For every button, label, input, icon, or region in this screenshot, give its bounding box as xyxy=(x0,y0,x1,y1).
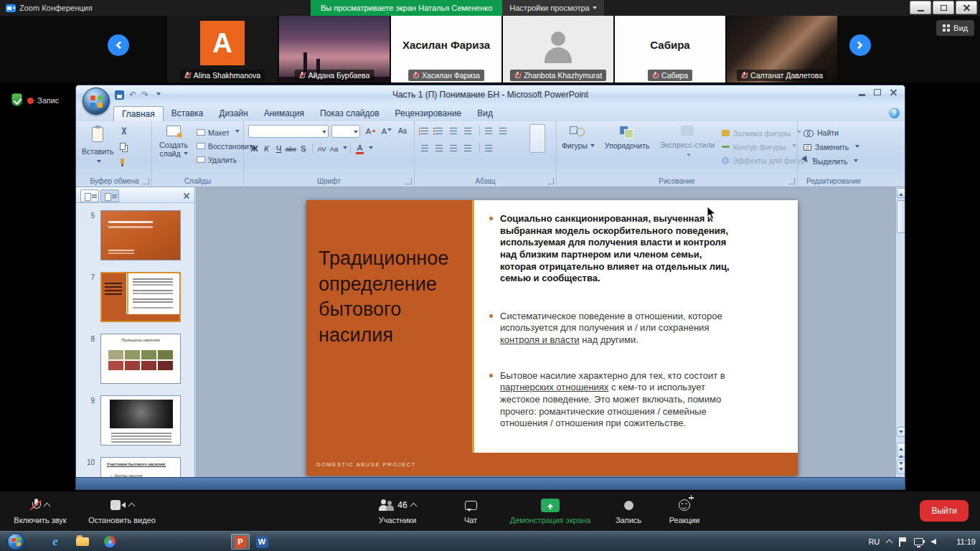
leave-button[interactable]: Выйти xyxy=(920,500,969,522)
ppt-restore-button[interactable] xyxy=(874,89,881,95)
tab-vid[interactable]: Вид xyxy=(469,106,501,121)
justify-button[interactable] xyxy=(462,143,473,153)
new-slide-button[interactable]: Создать слайд xyxy=(154,123,194,172)
italic-button[interactable]: К xyxy=(260,143,273,155)
scrollbar-thumb[interactable] xyxy=(897,200,905,233)
scroll-down-button[interactable] xyxy=(897,427,905,437)
scroll-up-button[interactable] xyxy=(897,188,905,198)
line-spacing-button[interactable] xyxy=(483,126,494,136)
font-color-button[interactable]: А xyxy=(354,143,366,155)
participant-tile[interactable]: Сабира Сабира xyxy=(615,16,725,83)
chat-button[interactable]: Чат xyxy=(449,496,492,524)
participant-tile[interactable]: Айдана Бурбаева xyxy=(279,16,390,83)
tab-retsenzirovanie[interactable]: Рецензирование xyxy=(387,106,470,121)
text-direction-button[interactable] xyxy=(497,126,508,136)
participants-button[interactable]: 46 Участники xyxy=(357,496,438,524)
slide-thumbnail-10[interactable]: Участники бытового насилия: ✓Жертвы наси… xyxy=(100,457,181,477)
slide-title[interactable]: Традиционное определение бытового насили… xyxy=(319,246,466,349)
select-button[interactable]: Выделить xyxy=(804,154,859,169)
start-button[interactable] xyxy=(7,533,24,550)
view-settings-button[interactable]: Настройки просмотра xyxy=(502,0,603,16)
decrease-indent-button[interactable] xyxy=(448,126,458,136)
cut-button[interactable] xyxy=(118,126,131,137)
slide-thumbnail-5[interactable] xyxy=(100,210,181,260)
text-shadow-button[interactable]: S xyxy=(297,143,309,155)
prev-participants-button[interactable] xyxy=(108,34,129,56)
action-center-icon[interactable] xyxy=(899,537,907,547)
slide-body-text[interactable]: Социально санкционированная, выученная и… xyxy=(487,213,737,430)
font-name-combo[interactable] xyxy=(248,125,329,138)
taskbar-ie-button[interactable]: e xyxy=(46,534,65,550)
align-right-button[interactable] xyxy=(448,143,458,153)
taskbar-chrome-button[interactable] xyxy=(100,534,119,550)
zoom-minimize-button[interactable] xyxy=(910,1,931,14)
redo-button[interactable]: ↷ xyxy=(141,90,149,100)
clipboard-dialog-launcher[interactable] xyxy=(143,178,149,184)
save-button[interactable] xyxy=(115,90,124,100)
font-size-combo[interactable] xyxy=(331,125,360,138)
volume-icon[interactable] xyxy=(930,539,936,545)
next-participants-button[interactable] xyxy=(849,34,871,56)
shapes-button[interactable]: Фигуры xyxy=(560,123,597,172)
grow-font-button[interactable]: А xyxy=(364,125,377,138)
tab-animatsiya[interactable]: Анимация xyxy=(256,106,312,121)
help-button[interactable]: ? xyxy=(889,108,900,118)
taskbar-powerpoint-button[interactable]: P xyxy=(231,534,250,550)
strikethrough-button[interactable]: abc xyxy=(285,143,297,155)
increase-indent-button[interactable] xyxy=(462,126,473,136)
copy-button[interactable] xyxy=(118,141,131,153)
stop-video-button[interactable]: Остановить видео xyxy=(77,496,166,524)
character-spacing-button[interactable]: AV xyxy=(316,143,328,155)
shrink-font-button[interactable]: А xyxy=(380,125,393,138)
numbering-button[interactable] xyxy=(433,126,444,136)
font-dialog-launcher[interactable] xyxy=(405,178,412,184)
zoom-maximize-button[interactable] xyxy=(933,1,954,14)
close-panel-button[interactable] xyxy=(182,191,192,200)
participant-tile[interactable]: Zhanbota Khazhymurat xyxy=(503,16,613,83)
zoom-close-button[interactable] xyxy=(956,1,977,14)
quick-styles-button[interactable]: Экспресс-стили xyxy=(657,123,717,172)
smartart-convert-button[interactable] xyxy=(529,124,545,153)
participant-tile[interactable]: A Alina Shakhmanova xyxy=(167,16,278,83)
participant-tile[interactable]: Салтанат Давлетова xyxy=(727,16,837,83)
columns-button[interactable] xyxy=(483,143,494,153)
drawing-dialog-launcher[interactable] xyxy=(788,178,795,184)
office-button[interactable] xyxy=(83,88,110,115)
chevron-up-icon[interactable] xyxy=(44,503,51,510)
slide[interactable]: Традиционное определение бытового насили… xyxy=(306,200,798,476)
slides-tab-button[interactable] xyxy=(80,189,99,202)
ppt-close-button[interactable] xyxy=(890,88,897,96)
taskbar-explorer-button[interactable] xyxy=(73,534,92,550)
undo-button[interactable]: ↶ xyxy=(129,90,136,100)
share-screen-button[interactable]: Демонстрация экрана xyxy=(498,496,603,524)
slide-thumbnail-9[interactable] xyxy=(100,395,181,446)
taskbar-word-button[interactable]: W xyxy=(253,534,271,550)
underline-button[interactable]: Ч xyxy=(273,143,285,155)
language-indicator[interactable]: RU xyxy=(868,537,880,546)
format-painter-button[interactable] xyxy=(118,157,131,169)
align-left-button[interactable] xyxy=(419,143,430,153)
change-case-button[interactable]: Aa xyxy=(328,143,340,155)
chevron-up-icon[interactable] xyxy=(410,503,417,510)
ppt-minimize-button[interactable] xyxy=(859,94,865,96)
slide-thumbnail-8[interactable]: Принципы насилия xyxy=(100,334,181,384)
slide-thumbnail-7[interactable] xyxy=(100,272,181,322)
record-button[interactable]: Запись xyxy=(607,496,650,524)
unmute-button[interactable]: Включить звук xyxy=(4,496,76,524)
paste-button[interactable]: Вставить xyxy=(82,124,113,171)
tray-expand-icon[interactable] xyxy=(886,540,893,547)
chevron-up-icon[interactable] xyxy=(128,503,135,510)
qat-customize-dropdown[interactable] xyxy=(156,93,161,98)
tab-vstavka[interactable]: Вставка xyxy=(164,106,212,121)
arrange-button[interactable]: Упорядочить xyxy=(600,123,654,172)
find-button[interactable]: Найти xyxy=(804,126,859,140)
tab-pokaz-slaydov[interactable]: Показ слайдов xyxy=(312,106,387,121)
next-slide-button[interactable] xyxy=(897,460,905,474)
bullets-button[interactable] xyxy=(419,126,430,136)
bold-button[interactable]: Ж xyxy=(248,143,260,155)
view-button[interactable]: Вид xyxy=(936,20,974,36)
clear-formatting-button[interactable]: Aa xyxy=(396,125,409,138)
previous-slide-button[interactable] xyxy=(897,443,905,457)
clock[interactable]: 11:19 xyxy=(956,537,976,546)
participant-tile[interactable]: Хасилан Фариза Хасилан Фариза xyxy=(391,16,501,83)
